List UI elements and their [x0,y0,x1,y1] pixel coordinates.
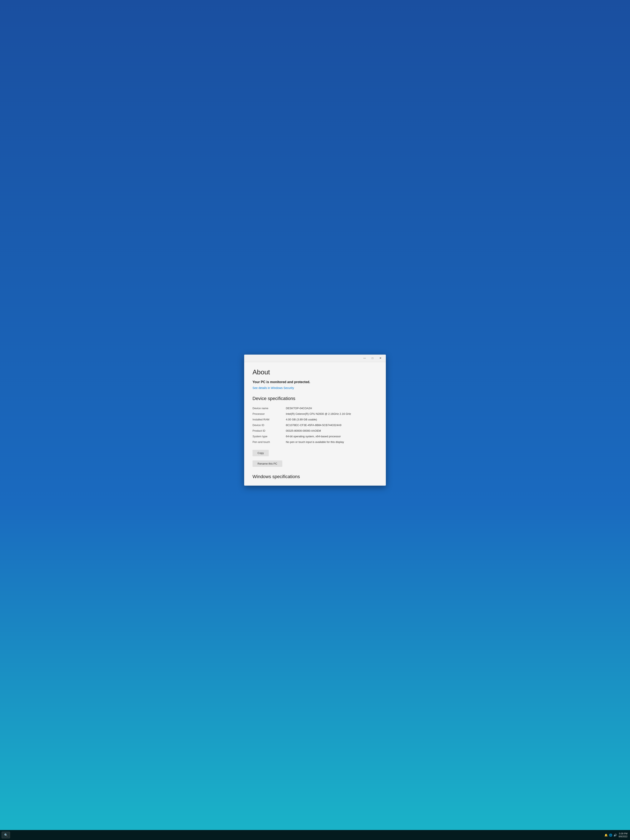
spec-value: DESKTOP-04COA2H [286,406,377,411]
clock-date: 8/8/2022 [619,835,627,838]
table-row: Pen and touchNo pen or touch input is av… [253,439,377,445]
device-section-title: Device specifications [253,396,377,401]
spec-label: System type [253,434,286,439]
spec-table: Device nameDESKTOP-04COA2HProcessorIntel… [253,406,377,445]
spec-label: Device name [253,406,286,411]
spec-value: 4.00 GB (3.89 GB usable) [286,417,377,422]
spec-label: Installed RAM [253,417,286,422]
page-title: About [253,368,377,376]
spec-label: Device ID [253,422,286,428]
close-button[interactable]: ✕ [377,355,384,361]
window-titlebar: — □ ✕ [244,355,386,362]
spec-value: 00325-80000-00000-AAOEM [286,428,377,434]
window-content: About Your PC is monitored and protected… [244,362,386,486]
taskbar-time: 5:09 PM 8/8/2022 [619,832,627,838]
windows-section-title: Windows specifications [253,472,377,479]
taskbar-right: 🔔 🌐 🔊 5:09 PM 8/8/2022 [605,832,627,838]
taskbar-search[interactable]: 🔍 [2,832,10,838]
spec-value: 8C1078EC-CF3E-45FA-8B84-5CB7443324A9 [286,422,377,428]
table-row: Product ID00325-80000-00000-AAOEM [253,428,377,434]
spec-value: 64-bit operating system, x64-based proce… [286,434,377,439]
table-row: System type64-bit operating system, x64-… [253,434,377,439]
taskbar-icons: 🔔 🌐 🔊 [605,834,617,837]
taskbar: 🔍 🔔 🌐 🔊 5:09 PM 8/8/2022 [0,830,630,840]
copy-button[interactable]: Copy [253,450,269,456]
spec-value: Intel(R) Celeron(R) CPU N2830 @ 2.16GHz … [286,411,377,417]
spec-label: Pen and touch [253,439,286,445]
spec-value: No pen or touch input is available for t… [286,439,377,445]
protection-text: Your PC is monitored and protected. [253,380,377,384]
security-link[interactable]: See details in Windows Security [253,386,294,390]
table-row: Device ID8C1078EC-CF3E-45FA-8B84-5CB7443… [253,422,377,428]
rename-pc-button[interactable]: Rename this PC [253,460,282,467]
table-row: Installed RAM4.00 GB (3.89 GB usable) [253,417,377,422]
spec-label: Processor [253,411,286,417]
network-icon[interactable]: 🌐 [609,834,612,837]
minimize-button[interactable]: — [361,355,368,361]
table-row: Device nameDESKTOP-04COA2H [253,406,377,411]
window-controls: — □ ✕ [361,355,384,361]
volume-icon[interactable]: 🔊 [614,834,617,837]
taskbar-search-icon: 🔍 [4,833,8,837]
spec-label: Product ID [253,428,286,434]
maximize-button[interactable]: □ [369,355,376,361]
notification-icon[interactable]: 🔔 [605,834,608,837]
about-window: — □ ✕ About Your PC is monitored and pro… [244,355,386,486]
desktop: 🔍 — □ ✕ About Your PC is monitored and p… [0,0,630,840]
table-row: ProcessorIntel(R) Celeron(R) CPU N2830 @… [253,411,377,417]
clock-time: 5:09 PM [619,832,627,835]
